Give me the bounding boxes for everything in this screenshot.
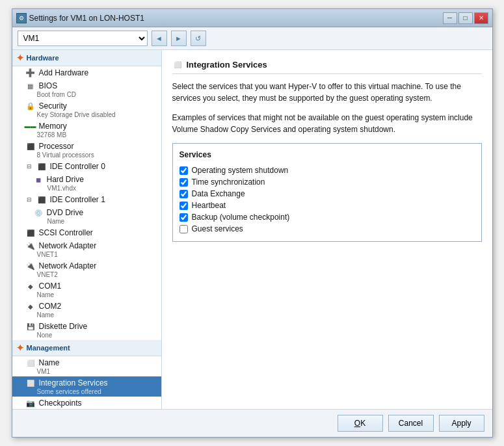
- sidebar-item-memory[interactable]: ▬▬ Memory 32768 MB: [12, 120, 161, 140]
- heartbeat-label[interactable]: Heartbeat: [192, 201, 226, 210]
- net2-name: Network Adapter: [39, 261, 97, 270]
- harddrive-icon: ◼: [33, 174, 44, 185]
- com1-sub: Name: [25, 291, 157, 298]
- time-sync-checkbox[interactable]: [179, 178, 188, 187]
- services-box: Services Operating system shutdown Time …: [172, 143, 482, 242]
- services-label: Services: [179, 150, 475, 159]
- management-section-header: ✦ Management: [12, 340, 161, 356]
- management-label: Management: [27, 344, 70, 352]
- window-title: Settings for VM1 on LON-HOST1: [29, 14, 144, 23]
- ok-label: OK: [354, 419, 365, 428]
- backup-checkbox[interactable]: [179, 213, 188, 222]
- dvddrive-icon: 💿: [33, 207, 44, 218]
- os-shutdown-label[interactable]: Operating system shutdown: [192, 166, 289, 175]
- service-data-exchange: Data Exchange: [179, 188, 475, 200]
- add-hardware-name: Add Hardware: [39, 68, 89, 77]
- sidebar-item-ide1[interactable]: ⊟ ⬛ IDE Controller 1: [12, 193, 161, 206]
- service-time-sync: Time synchronization: [179, 176, 475, 188]
- integration-icon: ⬜: [25, 378, 36, 388]
- harddrive-sub: VM1.vhdx: [33, 185, 157, 192]
- sidebar-item-floppy[interactable]: 💾 Diskette Drive None: [12, 320, 161, 340]
- floppy-icon: 💾: [25, 321, 36, 332]
- name-sub: VM1: [25, 368, 157, 375]
- data-exchange-label[interactable]: Data Exchange: [192, 189, 245, 198]
- sidebar: ✦ Hardware ➕ Add Hardware ▦ BIOS Boot fr…: [12, 50, 162, 409]
- dvddrive-sub: Name: [33, 218, 157, 225]
- forward-button[interactable]: ►: [171, 31, 187, 46]
- processor-name: Processor: [39, 142, 74, 151]
- security-icon: 🔒: [25, 101, 36, 111]
- title-bar: ⚙ Settings for VM1 on LON-HOST1 ─ □ ✕: [12, 9, 492, 27]
- title-bar-left: ⚙ Settings for VM1 on LON-HOST1: [16, 13, 144, 23]
- close-button[interactable]: ✕: [474, 12, 488, 24]
- com1-icon: ◆: [25, 281, 36, 291]
- service-backup: Backup (volume checkpoint): [179, 211, 475, 223]
- backup-label[interactable]: Backup (volume checkpoint): [192, 213, 290, 222]
- refresh-button[interactable]: ↺: [191, 31, 206, 46]
- sidebar-item-ide0[interactable]: ⊟ ⬛ IDE Controller 0: [12, 160, 161, 173]
- integration-label: Integration Services: [39, 378, 108, 387]
- guest-services-label[interactable]: Guest services: [192, 224, 243, 233]
- guest-services-checkbox[interactable]: [179, 225, 188, 233]
- net1-sub: VNET1: [25, 251, 157, 258]
- sidebar-item-com2[interactable]: ◆ COM2 Name: [12, 300, 161, 320]
- apply-button[interactable]: Apply: [439, 415, 484, 432]
- data-exchange-checkbox[interactable]: [179, 190, 188, 198]
- sidebar-item-bios[interactable]: ▦ BIOS Boot from CD: [12, 79, 161, 99]
- vm-select[interactable]: VM1: [18, 31, 148, 46]
- bottom-bar: OK Cancel Apply: [12, 409, 492, 437]
- panel-description-2: Examples of services that might not be a…: [172, 112, 482, 135]
- service-guest: Guest services: [179, 223, 475, 235]
- com2-icon: ◆: [25, 301, 36, 311]
- cancel-button[interactable]: Cancel: [388, 415, 434, 432]
- sidebar-item-net1[interactable]: 🔌 Network Adapter VNET1: [12, 239, 161, 259]
- back-button[interactable]: ◄: [152, 31, 167, 46]
- sidebar-item-add-hardware[interactable]: ➕ Add Hardware: [12, 66, 161, 79]
- name-label: Name: [39, 358, 60, 367]
- ok-button[interactable]: OK: [338, 415, 383, 432]
- net1-name: Network Adapter: [39, 241, 97, 250]
- sidebar-item-com1[interactable]: ◆ COM1 Name: [12, 280, 161, 300]
- integration-sub: Some services offered: [25, 388, 157, 395]
- sidebar-item-integration[interactable]: ⬜ Integration Services Some services off…: [12, 376, 161, 397]
- sidebar-item-checkpoints[interactable]: 📷 Checkpoints Production: [12, 397, 161, 409]
- minimize-button[interactable]: ─: [443, 12, 457, 24]
- sidebar-item-processor[interactable]: ⬛ Processor 8 Virtual processors: [12, 140, 161, 160]
- floppy-name: Diskette Drive: [39, 322, 88, 331]
- sidebar-item-harddrive[interactable]: ◼ Hard Drive VM1.vhdx: [12, 173, 161, 193]
- panel: ⬜ Integration Services Select the servic…: [162, 50, 492, 409]
- os-shutdown-checkbox[interactable]: [179, 166, 188, 175]
- panel-title: ⬜ Integration Services: [172, 59, 482, 74]
- memory-name: Memory: [39, 122, 67, 131]
- com2-name: COM2: [39, 302, 62, 311]
- ide0-expand-icon[interactable]: ⊟: [25, 163, 33, 170]
- sidebar-item-scsi[interactable]: ⬛ SCSI Controller: [12, 226, 161, 239]
- hardware-label: Hardware: [27, 54, 59, 62]
- bios-sub: Boot from CD: [25, 91, 157, 98]
- title-controls: ─ □ ✕: [443, 12, 488, 24]
- scsi-name: SCSI Controller: [39, 228, 93, 237]
- apply-label: Apply: [451, 419, 471, 428]
- ide0-name: IDE Controller 0: [50, 162, 105, 171]
- processor-icon: ⬛: [25, 141, 36, 151]
- panel-title-text: Integration Services: [187, 60, 267, 70]
- sidebar-item-net2[interactable]: 🔌 Network Adapter VNET2: [12, 259, 161, 280]
- checkpoints-name: Checkpoints: [39, 399, 82, 408]
- name-icon: ⬜: [25, 358, 36, 368]
- sidebar-item-security[interactable]: 🔒 Security Key Storage Drive disabled: [12, 99, 161, 120]
- heartbeat-checkbox[interactable]: [179, 202, 188, 210]
- ide1-name: IDE Controller 1: [50, 195, 105, 204]
- harddrive-name: Hard Drive: [47, 175, 84, 184]
- sidebar-item-name[interactable]: ⬜ Name VM1: [12, 356, 161, 376]
- checkpoints-icon: 📷: [25, 398, 36, 408]
- management-star-icon: ✦: [16, 343, 24, 353]
- ide1-expand-icon[interactable]: ⊟: [25, 196, 33, 203]
- sidebar-item-dvddrive[interactable]: 💿 DVD Drive Name: [12, 206, 161, 226]
- service-os-shutdown: Operating system shutdown: [179, 164, 475, 176]
- com1-name: COM1: [39, 282, 62, 291]
- ide0-icon: ⬛: [36, 161, 47, 172]
- settings-window: ⚙ Settings for VM1 on LON-HOST1 ─ □ ✕ VM…: [12, 8, 493, 438]
- processor-sub: 8 Virtual processors: [25, 151, 157, 159]
- time-sync-label[interactable]: Time synchronization: [192, 177, 265, 187]
- maximize-button[interactable]: □: [458, 12, 473, 24]
